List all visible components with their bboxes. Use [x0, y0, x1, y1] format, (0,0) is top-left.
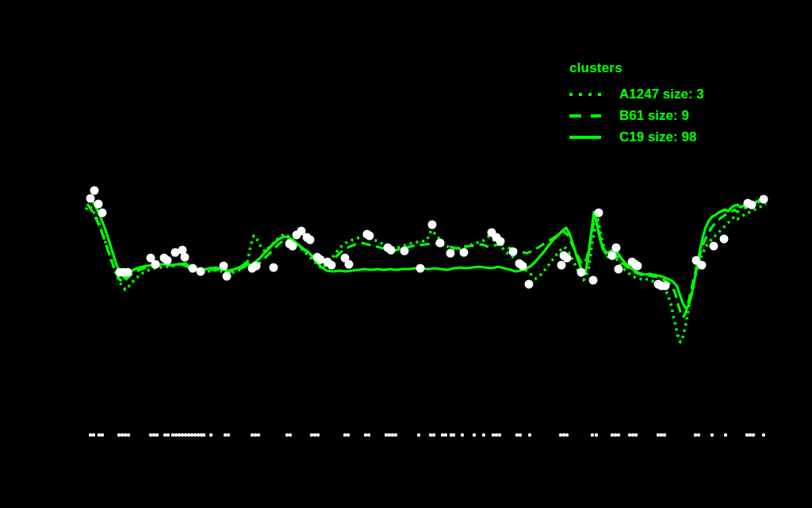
rug-point: [663, 433, 666, 437]
data-point-marker: [86, 194, 95, 203]
rug-point: [178, 433, 181, 437]
rug-point: [562, 433, 565, 437]
dotted-line-key-icon: [569, 93, 601, 96]
rug-point: [660, 433, 663, 437]
rug-point: [694, 433, 697, 437]
rug-point: [444, 433, 447, 437]
data-point-marker: [223, 272, 232, 281]
data-point-marker: [366, 232, 374, 241]
data-point-marker: [615, 265, 623, 274]
rug-point: [559, 433, 562, 437]
rug-point: [473, 433, 476, 437]
rug-point: [117, 433, 121, 437]
rug-point: [289, 433, 292, 437]
rug-point: [364, 433, 367, 437]
data-point-marker: [94, 200, 103, 209]
rug-point: [197, 433, 200, 437]
data-point-marker: [748, 201, 756, 210]
rug-point: [432, 433, 435, 437]
rug-point: [565, 433, 569, 437]
data-point-marker: [124, 268, 132, 277]
rug-point: [124, 433, 127, 437]
rug-point: [388, 433, 391, 437]
data-point-marker: [509, 248, 518, 256]
rug-point: [92, 433, 95, 437]
rug-point: [310, 433, 313, 437]
data-point-marker: [710, 242, 718, 251]
data-point-marker: [460, 248, 469, 257]
data-point-marker: [519, 262, 527, 271]
data-point-marker: [608, 252, 617, 260]
rug-point: [202, 433, 205, 437]
rug-point: [347, 433, 350, 437]
legend-title: clusters: [569, 60, 704, 76]
rug-point: [163, 433, 167, 437]
rug-point: [482, 433, 485, 437]
rug-point: [313, 433, 316, 437]
rug-point: [745, 433, 749, 437]
legend-item-label: A1247 size: 3: [619, 87, 704, 102]
series-line-b61: [87, 199, 766, 318]
rug-point: [149, 433, 152, 437]
rug-point: [127, 433, 130, 437]
rug-point: [152, 433, 155, 437]
data-point-marker: [181, 253, 190, 262]
rug-point: [167, 433, 170, 437]
rug-point: [285, 433, 289, 437]
rug-point: [617, 433, 620, 437]
rug-point: [441, 433, 444, 437]
rug-point: [171, 433, 174, 437]
dashed-line-key-icon: [569, 114, 601, 117]
data-point-marker: [525, 280, 534, 289]
rug-point: [528, 433, 531, 437]
data-point-marker: [577, 268, 586, 277]
rug-point: [611, 433, 614, 437]
data-point-marker: [436, 239, 445, 248]
rug-point: [657, 433, 660, 437]
rug-point: [181, 433, 184, 437]
rug-point: [697, 433, 700, 437]
rug-point: [190, 433, 193, 437]
rug-point: [101, 433, 104, 437]
rug-point: [89, 433, 92, 437]
rug-point: [631, 433, 634, 437]
rug-point: [343, 433, 347, 437]
solid-line-key-icon: [569, 136, 601, 139]
chart-canvas: clusters A1247 size: 3 B61 size: 9 C19 s…: [0, 0, 812, 508]
rug-point: [724, 433, 727, 437]
data-point-marker: [661, 282, 670, 291]
data-point-marker: [252, 262, 261, 271]
rug-point: [710, 433, 714, 437]
data-point-marker: [446, 249, 455, 258]
data-point-marker: [220, 262, 228, 271]
data-point-marker: [634, 262, 642, 271]
rug-point: [492, 433, 495, 437]
legend-item-c19: C19 size: 98: [569, 126, 704, 148]
rug-point: [452, 433, 455, 437]
data-point-marker: [595, 209, 603, 217]
rug-point: [519, 433, 522, 437]
data-point-marker: [163, 256, 172, 265]
data-point-marker: [98, 209, 107, 217]
rug-point: [367, 433, 370, 437]
data-point-marker: [345, 260, 354, 269]
data-point-marker: [400, 247, 409, 256]
rug-point: [515, 433, 519, 437]
legend-item-label: B61 size: 9: [619, 108, 689, 124]
data-point-marker: [197, 267, 205, 276]
rug-point: [394, 433, 397, 437]
data-point-marker: [387, 246, 396, 255]
rug-point: [595, 433, 598, 437]
data-point-marker: [589, 276, 598, 285]
rug-point: [257, 433, 260, 437]
data-point-marker: [327, 261, 336, 270]
data-point-marker: [612, 244, 621, 252]
rug-point: [254, 433, 257, 437]
legend-item-a1247: A1247 size: 3: [569, 83, 704, 105]
data-point-marker: [289, 242, 297, 251]
rug-point: [752, 433, 755, 437]
rug-point: [498, 433, 501, 437]
data-point-marker: [563, 254, 572, 263]
rug-point: [227, 433, 230, 437]
series-line-a1247: [86, 204, 766, 342]
